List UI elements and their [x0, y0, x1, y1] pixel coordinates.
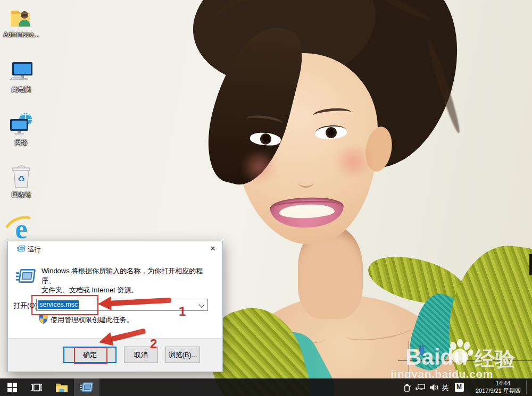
watermark-paw-icon [446, 337, 476, 367]
network-status-icon [415, 383, 426, 392]
network-tray-icon[interactable] [413, 378, 428, 396]
start-button[interactable] [2, 378, 22, 396]
close-icon[interactable]: ✕ [205, 242, 221, 255]
desktop-icon-this-pc[interactable]: 此电脑 [1, 60, 41, 94]
ime-badge: M [455, 383, 464, 392]
usb-icon [403, 383, 411, 392]
taskbar: 英 M 14:44 2017/9/21 星期四 [0, 378, 532, 396]
icon-label: 此电脑 [1, 85, 41, 94]
recycle-bin-icon: ♻ [1, 165, 41, 189]
language-indicator[interactable]: 英 [439, 378, 451, 396]
annotation-box-input [31, 295, 98, 315]
file-explorer-icon [55, 382, 68, 393]
dialog-title: 运行 [28, 245, 41, 254]
description-line1: Windows 将根据你所输入的名称，为你打开相应的程序、 [41, 267, 203, 284]
desktop-icon-administrator[interactable]: Administra... [1, 5, 41, 38]
description-line2: 文件夹、文档或 Internet 资源。 [41, 286, 138, 294]
clock[interactable]: 14:44 2017/9/21 星期四 [476, 380, 521, 394]
desktop-icon-internet-explorer[interactable]: e [1, 214, 41, 241]
blush [330, 147, 377, 176]
run-dialog-icon [17, 245, 26, 252]
chevron-down-icon[interactable] [198, 301, 204, 307]
internet-explorer-icon: e [1, 214, 41, 241]
time-label: 14:44 [476, 380, 510, 387]
nose [298, 176, 314, 188]
computer-icon [1, 60, 41, 84]
annotation-step-2: 2 [150, 336, 157, 351]
dialog-titlebar[interactable]: 运行 ✕ [8, 241, 222, 257]
photo-edge-artifact [529, 254, 532, 275]
language-label: 英 [442, 383, 449, 392]
run-icon [16, 268, 36, 285]
run-app-taskbar-button[interactable] [74, 378, 99, 396]
task-view-icon [31, 383, 43, 392]
icon-label: Administra... [1, 31, 41, 38]
show-desktop-divider[interactable] [526, 380, 527, 394]
user-folder-icon [1, 5, 41, 30]
file-explorer-button[interactable] [51, 378, 72, 396]
task-view-button[interactable] [26, 378, 48, 396]
run-app-icon [80, 382, 94, 393]
network-icon [1, 113, 41, 137]
svg-text:♻: ♻ [18, 174, 25, 183]
windows-logo-icon [7, 383, 17, 392]
usb-tray-icon[interactable] [400, 378, 414, 396]
blush [237, 152, 281, 182]
annotation-step-1: 1 [179, 304, 186, 319]
browse-button[interactable]: 浏览(B)... [165, 347, 200, 363]
speaker-icon [429, 383, 438, 392]
icon-label: 回收站 [1, 190, 41, 199]
date-label: 2017/9/21 星期四 [476, 387, 521, 394]
desktop-icon-network[interactable]: 网络 [1, 113, 41, 147]
desktop-icon-recycle-bin[interactable]: ♻ 回收站 [1, 165, 41, 199]
ime-indicator[interactable]: M [452, 378, 466, 396]
admin-note: 使用管理权限创建此任务。 [51, 315, 134, 325]
icon-label: 网络 [1, 138, 41, 147]
volume-tray-icon[interactable] [427, 378, 440, 396]
dialog-description: Windows 将根据你所输入的名称，为你打开相应的程序、 文件夹、文档或 In… [41, 266, 212, 295]
annotation-box-ok [74, 347, 107, 364]
